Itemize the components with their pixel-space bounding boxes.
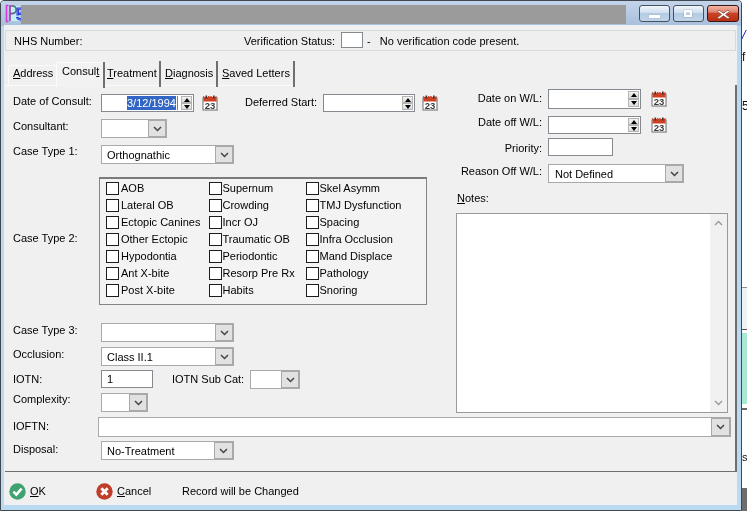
svg-text:23: 23 [654, 122, 665, 133]
svg-text:23: 23 [205, 100, 216, 111]
svg-text:23: 23 [654, 96, 665, 107]
